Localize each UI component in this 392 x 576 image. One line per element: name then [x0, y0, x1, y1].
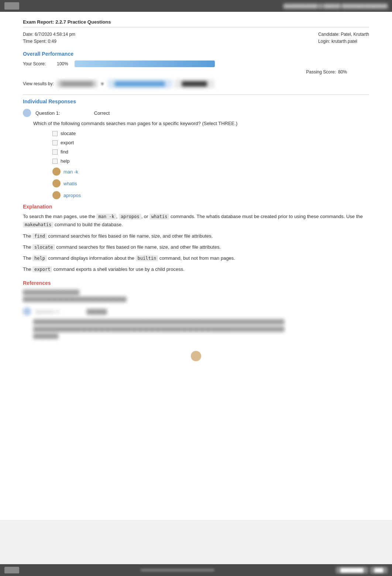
checkbox-whatis — [52, 179, 61, 187]
exam-time-spent: Time Spent: 0:49 — [23, 38, 75, 45]
question2-header: Question 2: ██████ — [23, 307, 369, 315]
explanation-title: Explanation — [23, 204, 369, 210]
your-score-label: Your Score: — [23, 61, 52, 66]
question1-icon — [23, 109, 31, 117]
divider — [23, 94, 369, 95]
explanation-para5: The export command exports a shell varia… — [23, 265, 369, 273]
exam-date: Date: 6/7/2020 4:58:14 pm — [23, 31, 75, 38]
code-whatis: whatis — [149, 214, 169, 220]
checkbox-help — [52, 159, 58, 164]
answer-item-export: export — [52, 140, 369, 145]
question1-result: Correct — [94, 110, 110, 116]
checkbox-man-k — [52, 168, 61, 176]
question2-icon — [23, 307, 31, 315]
answer-text-export: export — [61, 140, 74, 145]
exam-meta: Date: 6/7/2020 4:58:14 pm Time Spent: 0:… — [23, 31, 369, 45]
pagination-area — [23, 351, 369, 361]
passing-score-label: Passing Score: — [306, 69, 336, 75]
code-help: help — [32, 255, 47, 261]
question2-result: ██████ — [87, 309, 107, 314]
bottom-bar-center — [141, 569, 214, 571]
view-results-dropdown[interactable]: ████████ — [175, 80, 214, 88]
question2-text: ████████████████████████████████████████… — [33, 318, 369, 340]
references-content1: ██████████████████ █████████████████████… — [23, 289, 369, 303]
answer-item-slocate: slocate — [52, 131, 369, 136]
explanation-para3: The slocate command searches for files b… — [23, 243, 369, 251]
exam-title: Exam Report: 2.2.7 Practice Questions — [23, 19, 369, 27]
view-results-label: View results by: — [23, 81, 54, 86]
progress-bar-container — [75, 61, 215, 67]
passing-score-row: Passing Score: 80% — [23, 69, 369, 75]
references-section: References ██████████████████ ██████████… — [23, 280, 369, 303]
view-results-row: View results by: ██████████ ▼ ██████████… — [23, 80, 369, 88]
answer-item-apropos: apropos — [52, 191, 369, 199]
bottom-btn-2[interactable]: ███ — [370, 567, 388, 573]
answer-item-man-k: man -k — [52, 168, 369, 176]
view-results-option2[interactable]: ████████████████ — [108, 80, 172, 88]
exam-meta-left: Date: 6/7/2020 4:58:14 pm Time Spent: 0:… — [23, 31, 75, 45]
view-results-option1[interactable]: ██████████ — [57, 80, 97, 87]
checkbox-apropos — [52, 191, 61, 199]
bottom-btn-1[interactable]: ████████ — [336, 567, 368, 573]
checkbox-export — [52, 140, 58, 145]
main-content: Exam Report: 2.2.7 Practice Questions Da… — [0, 12, 392, 520]
question1-header: Question 1: Correct — [23, 109, 369, 117]
bottom-bar-right: ████████ ███ — [336, 567, 388, 573]
svg-point-0 — [23, 109, 31, 117]
answer-item-find: find — [52, 149, 369, 155]
exam-meta-right: Candidate: Patel, Krutarth Login: krutar… — [318, 31, 369, 45]
answer-text-find: find — [61, 149, 68, 155]
passing-score-value: 80% — [338, 69, 347, 75]
exam-candidate: Candidate: Patel, Krutarth — [318, 31, 369, 38]
answer-text-man-k: man -k — [63, 169, 78, 175]
code-find: find — [32, 233, 47, 239]
explanation-para4: The help command displays information ab… — [23, 254, 369, 262]
question2-label: Question 2: — [35, 309, 60, 314]
view-results-separator: ▼ — [100, 81, 105, 87]
top-bar-right: ████████████ █ ██████ ████████████████ — [283, 4, 388, 8]
answer-text-help: help — [61, 158, 70, 164]
code-apropos: apropos — [119, 214, 141, 220]
answer-item-help: help — [52, 158, 369, 164]
code-builtin: builtin — [136, 255, 158, 261]
bottom-spacer — [0, 520, 392, 564]
question1-label: Question 1: — [35, 110, 60, 116]
your-score-value: 100% — [57, 61, 70, 66]
code-man-k: man -k — [96, 214, 116, 220]
individual-responses-title: Individual Responses — [23, 99, 369, 104]
exam-login: Login: krutarth.patel — [318, 38, 369, 45]
logo — [4, 2, 19, 10]
answer-item-whatis: whatis — [52, 179, 369, 187]
references-title: References — [23, 280, 369, 286]
answer-list: slocate export find help man -k — [52, 131, 369, 199]
explanation-para1: To search the man pages, use the man -k,… — [23, 213, 369, 229]
question1-text: Which of the following commands searches… — [33, 121, 369, 126]
code-slocate: slocate — [32, 244, 55, 250]
checkbox-slocate — [52, 131, 58, 136]
explanation-para2: The find command searches for files base… — [23, 232, 369, 240]
code-makewhatis: makewhatis — [23, 222, 53, 228]
answer-text-whatis: whatis — [63, 181, 77, 186]
code-export: export — [32, 266, 52, 272]
svg-point-1 — [23, 307, 31, 315]
bottom-bar-logo — [4, 567, 19, 573]
page-icon — [191, 351, 201, 361]
checkbox-find — [52, 149, 58, 155]
top-bar-nav: ████████████ █ ██████ ████████████████ — [283, 4, 388, 8]
top-bar-left — [4, 2, 19, 10]
overall-performance-title: Overall Performance — [23, 51, 369, 57]
score-row: Your Score: 100% — [23, 61, 369, 67]
top-navigation-bar: ████████████ █ ██████ ████████████████ — [0, 0, 392, 12]
bottom-navigation-bar: ████████ ███ — [0, 564, 392, 576]
progress-bar-fill — [75, 61, 215, 67]
answer-text-apropos: apropos — [63, 193, 81, 198]
answer-text-slocate: slocate — [61, 131, 76, 136]
